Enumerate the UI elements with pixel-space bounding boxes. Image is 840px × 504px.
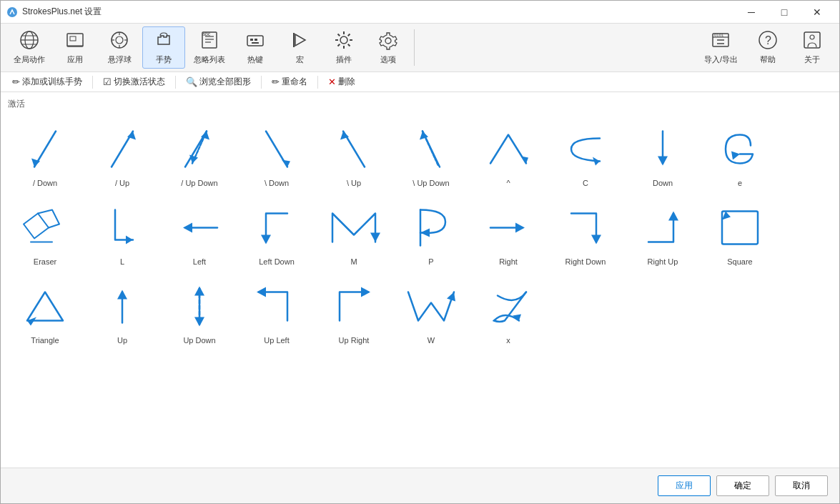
- gesture-svg-triangle: [16, 280, 74, 333]
- toolbar-label-hotkey: 热键: [247, 54, 263, 65]
- gesture-item-p-shape[interactable]: P: [392, 193, 470, 272]
- toolbar-item-global[interactable]: 全局动作: [6, 26, 52, 69]
- svg-rect-22: [255, 39, 257, 41]
- gesture-item-up[interactable]: Up: [84, 272, 161, 350]
- toggle-active-label: 切换激活状态: [114, 76, 165, 88]
- rename-button[interactable]: ✏ 重命名: [266, 74, 313, 89]
- gesture-svg-x-shape: [480, 280, 537, 333]
- svg-line-32: [348, 44, 350, 46]
- gesture-svg-up-left: [248, 280, 305, 333]
- svg-marker-65: [722, 212, 731, 220]
- toolbar-item-hover[interactable]: 悬浮球: [98, 26, 141, 69]
- gesture-item-back-up[interactable]: \ Up: [315, 114, 392, 193]
- add-icon: ✏: [12, 76, 20, 87]
- gesture-label-p-shape: P: [428, 257, 433, 266]
- toolbar-item-options[interactable]: 选项: [367, 26, 410, 69]
- gesture-label-right: Right: [499, 257, 518, 266]
- gesture-svg-right: [480, 201, 537, 255]
- toolbar-item-app[interactable]: 应用: [54, 26, 97, 69]
- toolbar-item-plugin[interactable]: 插件: [322, 26, 365, 69]
- gesture-label-left-down: Left Down: [259, 257, 295, 266]
- gesture-item-x-shape[interactable]: x: [470, 272, 547, 350]
- svg-marker-54: [658, 157, 668, 166]
- gesture-item-m-shape[interactable]: M: [315, 193, 392, 272]
- delete-label: 删除: [338, 76, 355, 88]
- gesture-grid: / Down / Up / Up Down: [6, 114, 834, 350]
- gesture-label-x-shape: x: [506, 336, 510, 345]
- about-icon: [802, 30, 822, 53]
- gesture-item-e-shape[interactable]: e: [701, 114, 779, 193]
- svg-marker-60: [420, 229, 430, 237]
- window-title: StrokesPlus.net 设置: [22, 6, 102, 18]
- gesture-label-back-up-down: \ Up Down: [412, 179, 449, 187]
- action-bar: ✏ 添加或训练手势 ☑ 切换激活状态 🔍 浏览全部图形 ✏ 重命名 ✕ 删除: [1, 72, 839, 92]
- add-gesture-button[interactable]: ✏ 添加或训练手势: [6, 74, 88, 89]
- gesture-label-m-shape: M: [350, 257, 357, 266]
- toolbar-item-ignore[interactable]: abc 忽略列表: [187, 26, 232, 69]
- svg-rect-43: [804, 32, 820, 48]
- gesture-item-right-down[interactable]: Right Down: [547, 193, 624, 272]
- maximize-button[interactable]: □: [768, 1, 801, 24]
- gesture-svg-w-shape: [402, 280, 460, 333]
- hotkey-icon: [245, 30, 265, 53]
- gesture-label-caret: ^: [506, 179, 510, 187]
- gesture-item-right-up[interactable]: Right Up: [624, 193, 701, 272]
- gesture-item-square[interactable]: Square: [701, 193, 779, 272]
- gesture-label-w-shape: W: [428, 336, 435, 345]
- ok-button[interactable]: 确定: [716, 475, 769, 496]
- apply-button[interactable]: 应用: [658, 475, 711, 496]
- gesture-item-up-right[interactable]: Up Right: [315, 272, 392, 350]
- gesture-svg-right-up: [634, 201, 691, 255]
- delete-button[interactable]: ✕ 删除: [322, 74, 361, 89]
- toolbar-label-import-export: 导入/导出: [704, 54, 738, 65]
- toolbar-item-import-export[interactable]: 0101 导入/导出: [697, 26, 745, 69]
- gesture-item-up-left[interactable]: Up Left: [238, 272, 315, 350]
- toolbar-item-macro[interactable]: 宏: [278, 26, 321, 69]
- options-icon: [378, 30, 398, 53]
- toggle-icon: ☑: [103, 76, 112, 87]
- toggle-active-button[interactable]: ☑ 切换激活状态: [97, 74, 171, 89]
- gesture-svg-back-up-down: [402, 122, 460, 176]
- toolbar-right: 0101 导入/导出 ? 帮助 关于: [697, 26, 834, 69]
- rename-icon: ✏: [272, 76, 280, 87]
- gesture-svg-square: [711, 201, 769, 255]
- gesture-item-back-up-down[interactable]: \ Up Down: [392, 114, 470, 193]
- gesture-item-slash-up-down[interactable]: / Up Down: [161, 114, 238, 193]
- svg-marker-71: [361, 287, 370, 297]
- close-button[interactable]: ✕: [801, 1, 834, 24]
- gesture-label-down: Down: [653, 179, 673, 187]
- svg-line-34: [338, 44, 340, 46]
- toolbar-label-ignore: 忽略列表: [194, 54, 225, 65]
- toolbar-item-hotkey[interactable]: 热键: [234, 26, 277, 69]
- gesture-item-left-down[interactable]: Left Down: [238, 193, 315, 272]
- gesture-item-left[interactable]: Left: [161, 193, 238, 272]
- browse-all-button[interactable]: 🔍 浏览全部图形: [180, 74, 257, 89]
- gesture-item-right[interactable]: Right: [470, 193, 547, 272]
- gesture-item-up-down[interactable]: Up Down: [161, 272, 238, 350]
- svg-rect-7: [70, 36, 76, 41]
- cancel-button[interactable]: 取消: [775, 475, 828, 496]
- gesture-label-eraser: Eraser: [34, 257, 56, 266]
- gesture-item-down[interactable]: Down: [624, 114, 701, 193]
- toolbar-item-about[interactable]: 关于: [791, 26, 834, 69]
- svg-point-26: [340, 36, 347, 44]
- toolbar-item-gesture[interactable]: 手势: [142, 26, 185, 69]
- toolbar-item-help[interactable]: ? 帮助: [746, 26, 789, 69]
- gesture-item-l-shape[interactable]: L: [84, 193, 161, 272]
- gesture-svg-eraser: [16, 201, 74, 255]
- gesture-item-back-down[interactable]: \ Down: [238, 114, 315, 193]
- minimize-button[interactable]: ─: [735, 1, 768, 24]
- gesture-item-w-shape[interactable]: W: [392, 272, 470, 350]
- svg-text:0101: 0101: [714, 33, 724, 37]
- svg-text:abc: abc: [202, 31, 211, 36]
- gesture-item-slash-down[interactable]: / Down: [6, 114, 84, 193]
- svg-marker-61: [515, 223, 525, 233]
- gesture-item-eraser[interactable]: Eraser: [6, 193, 84, 272]
- gesture-item-c-shape[interactable]: C: [547, 114, 624, 193]
- gesture-svg-up-right: [325, 280, 382, 333]
- svg-point-10: [116, 36, 123, 44]
- gesture-label-right-up: Right Up: [648, 257, 678, 266]
- gesture-item-triangle[interactable]: Triangle: [6, 272, 84, 350]
- gesture-item-slash-up[interactable]: / Up: [84, 114, 161, 193]
- gesture-item-caret[interactable]: ^: [470, 114, 547, 193]
